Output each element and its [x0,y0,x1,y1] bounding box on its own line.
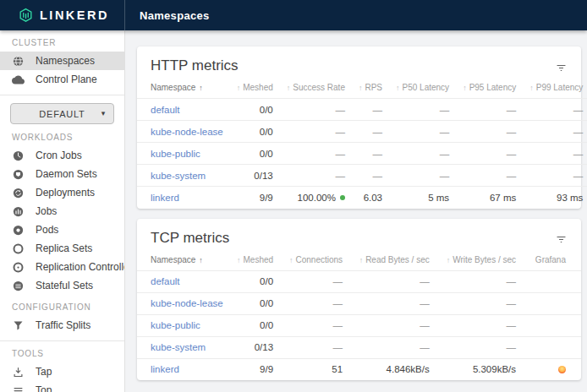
app-bar: LINKERD Namespaces [0,0,587,30]
table-row-kube-system: kube-system0/13——— [137,336,581,358]
cell-p99: 93 ms [523,187,587,209]
column-header-p50[interactable]: ↑P50 Latency [389,78,456,99]
sidebar-item-replication-controllers[interactable]: Replication Controllers [0,258,124,276]
sidebar-item-stateful-sets[interactable]: Stateful Sets [0,276,124,295]
grafana-icon[interactable] [558,366,566,373]
namespace-link[interactable]: default [151,276,180,286]
sidebar-item-label: Namespaces [36,55,95,67]
sort-arrow-icon[interactable]: ↑ [359,84,363,92]
filter-icon[interactable] [552,231,569,248]
card-header: HTTP metrics [137,46,581,78]
sort-arrow-icon[interactable]: ↑ [237,256,241,264]
table-row-kube-node-lease: kube-node-lease0/0————— [137,121,587,143]
sidebar-item-traffic-splits[interactable]: Traffic Splits [0,316,124,335]
column-header-read[interactable]: ↑Read Bytes / sec [349,250,436,271]
sort-arrow-icon[interactable]: ↑ [199,84,203,92]
cell-meshed: 0/0 [230,292,280,314]
cell-rps: 6.03 [352,187,389,209]
table-row-kube-public: kube-public0/0————— [137,143,587,165]
column-header-connections[interactable]: ↑Connections [280,250,349,271]
cell-p95: — [456,143,523,165]
sort-arrow-icon[interactable]: ↑ [529,84,534,92]
sort-arrow-icon[interactable]: ↑ [463,84,467,92]
cell-p95: — [456,99,523,121]
cell-read: — [349,336,436,358]
sidebar-item-label: Replica Sets [36,242,92,254]
cell-meshed: 0/13 [230,336,280,358]
namespace-selector-dropdown[interactable]: DEFAULT▾ [10,103,114,124]
sidebar-item-label: Jobs [36,205,57,217]
cell-namespace: linkerd [137,358,230,380]
column-header-label: Meshed [243,83,273,92]
sidebar-item-pods[interactable]: Pods [0,220,124,239]
table-row-default: default0/0————— [137,99,587,121]
sidebar-item-replica-sets[interactable]: Replica Sets [0,239,124,258]
cell-grafana [523,358,581,380]
brand-name: LINKERD [40,8,109,22]
sort-arrow-icon[interactable]: ↑ [289,256,294,264]
sort-arrow-icon[interactable]: ↑ [287,84,291,92]
namespace-link[interactable]: kube-system [151,342,206,352]
cloud-icon [12,74,25,86]
card-title: TCP metrics [151,230,229,247]
cell-success-rate: — [280,99,352,121]
sidebar-item-top[interactable]: Top [0,381,124,392]
sidebar-item-cron-jobs[interactable]: Cron Jobs [0,146,124,165]
sidebar-item-namespaces[interactable]: Namespaces [0,52,124,70]
cron-jobs-icon [12,150,25,162]
cell-write: — [436,336,523,358]
sidebar-item-jobs[interactable]: Jobs [0,202,124,220]
linkerd-logo[interactable]: LINKERD [0,0,125,30]
linkerd-logo-icon [18,8,34,24]
http-metrics-table: Namespace↑↑Meshed↑Success Rate↑RPS↑P50 L… [137,78,587,209]
column-header-write[interactable]: ↑Write Bytes / sec [436,250,523,271]
namespace-link[interactable]: kube-node-lease [151,298,223,308]
column-header-p95[interactable]: ↑P95 Latency [456,78,523,99]
column-header-label: P50 Latency [403,83,450,92]
column-header-meshed[interactable]: ↑Meshed [230,250,280,271]
sort-arrow-icon[interactable]: ↑ [237,84,241,92]
namespace-link[interactable]: kube-public [151,149,200,159]
column-header-grafana[interactable]: Grafana [523,250,581,271]
cell-namespace: kube-system [137,165,230,187]
table-row-kube-node-lease: kube-node-lease0/0——— [137,292,581,314]
sort-arrow-icon[interactable]: ↑ [199,256,203,264]
column-header-success-rate[interactable]: ↑Success Rate [280,78,352,99]
column-header-meshed[interactable]: ↑Meshed [230,78,280,99]
cell-meshed: 0/0 [230,121,280,143]
cell-rps: — [352,99,389,121]
column-header-rps[interactable]: ↑RPS [352,78,389,99]
deployments-icon [12,187,25,199]
sort-arrow-icon[interactable]: ↑ [447,256,451,264]
column-header-namespace[interactable]: Namespace↑ [137,78,230,99]
sort-arrow-icon[interactable]: ↑ [396,84,400,92]
sidebar-item-control-plane[interactable]: Control Plane [0,70,124,89]
table-row-kube-public: kube-public0/0——— [137,314,581,336]
cell-grafana [523,292,581,314]
cell-p50: — [389,165,456,187]
cell-write: 5.309kB/s [436,358,523,380]
column-header-label: Read Bytes / sec [365,255,430,264]
namespace-link[interactable]: kube-public [151,320,200,330]
sidebar-sections: CLUSTERNamespacesControl PlaneDEFAULT▾WO… [0,30,124,392]
table-row-linkerd: linkerd9/9514.846kB/s5.309kB/s [137,358,581,380]
sidebar-item-deployments[interactable]: Deployments [0,183,124,202]
namespace-link[interactable]: kube-system [151,171,206,181]
namespace-link[interactable]: linkerd [151,364,179,374]
namespace-link[interactable]: kube-node-lease [151,127,223,137]
sort-arrow-icon[interactable]: ↑ [359,256,364,264]
cell-meshed: 0/0 [230,270,280,292]
namespace-link[interactable]: linkerd [151,193,179,203]
column-header-namespace[interactable]: Namespace↑ [137,250,230,271]
column-header-p99[interactable]: ↑P99 Latency [523,78,587,99]
sidebar-item-daemon-sets[interactable]: Daemon Sets [0,165,124,183]
cell-p50: — [389,143,456,165]
cell-namespace: default [137,99,230,121]
sidebar-item-label: Control Plane [36,74,97,85]
sidebar-item-tap[interactable]: Tap [0,362,124,381]
filter-icon[interactable] [552,59,569,76]
sidebar-section-label-tools: TOOLS [0,341,124,362]
cell-connections: — [280,292,349,314]
namespace-link[interactable]: default [151,105,180,115]
sidebar-item-label: Stateful Sets [36,280,93,291]
